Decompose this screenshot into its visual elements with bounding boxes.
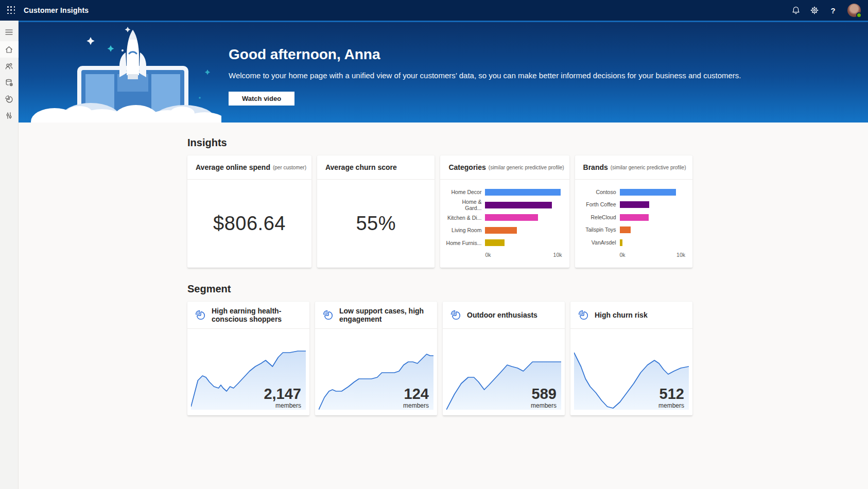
welcome-copy: Good afternoon, Anna Welcome to your hom… <box>229 46 741 106</box>
sidebar-item-customers[interactable] <box>0 58 19 74</box>
card-title: Average online spend <box>196 163 270 171</box>
bar-label: VanArsdel <box>579 239 620 246</box>
bar <box>485 214 538 221</box>
account-avatar[interactable] <box>847 4 861 17</box>
bar-label: Forth Coffee <box>579 201 620 208</box>
bar-row: ReleCloud <box>579 211 685 224</box>
bar-track <box>485 202 562 208</box>
greeting-message: Welcome to your home page with a unified… <box>229 71 741 81</box>
bar-track <box>485 227 562 234</box>
bar <box>620 189 676 196</box>
card-brands-chart[interactable]: Brands (similar generic predictive profi… <box>575 155 692 268</box>
bar-label: Tailspin Toys <box>579 226 620 233</box>
member-unit: members <box>403 402 429 409</box>
bar-label: Kitchen & Di... <box>444 215 485 221</box>
card-average-churn-score[interactable]: Average churn score 55% <box>317 155 435 268</box>
member-unit: members <box>658 402 684 409</box>
bar-row: Living Room <box>444 224 562 237</box>
segment-trend: 2,147members <box>187 329 309 415</box>
segment-card-grid: High earning health-conscious shoppers2,… <box>187 302 692 415</box>
sliders-icon <box>5 111 13 120</box>
bar <box>620 214 649 221</box>
bar <box>620 239 622 246</box>
card-subtitle: (similar generic predictive profile) <box>489 165 564 170</box>
greeting-title: Good afternoon, Anna <box>229 46 741 63</box>
top-app-bar: Customer Insights ? <box>0 0 868 21</box>
bar-row: Tailspin Toys <box>579 224 685 237</box>
bar-track <box>620 226 685 233</box>
notifications-button[interactable] <box>787 0 805 21</box>
app-launcher-icon[interactable] <box>7 6 15 14</box>
bar-label: ReleCloud <box>579 214 620 221</box>
help-button[interactable]: ? <box>824 0 842 21</box>
people-icon <box>5 62 13 71</box>
sidebar-item-admin[interactable] <box>0 107 19 124</box>
card-header: High churn risk <box>570 302 692 329</box>
segment-trend: 124members <box>315 329 437 415</box>
home-icon <box>5 45 13 54</box>
sidebar-item-data[interactable] <box>0 74 19 91</box>
watch-video-button[interactable]: Watch video <box>229 92 294 106</box>
card-average-online-spend[interactable]: Average online spend (per customer) $806… <box>187 155 311 268</box>
pie-chart-icon <box>5 95 13 103</box>
segment-title: Low support cases, high engagement <box>339 307 430 323</box>
card-header: Low support cases, high engagement <box>315 302 437 329</box>
sidebar-item-insights[interactable] <box>0 91 19 107</box>
x-axis: 0k10k <box>579 252 685 258</box>
segment-pie-icon <box>322 309 334 321</box>
bar-track <box>485 189 562 196</box>
bar-row: Contoso <box>579 186 685 199</box>
segment-pie-icon <box>578 309 589 321</box>
x-axis: 0k10k <box>444 252 562 258</box>
nav-expand-button[interactable] <box>0 24 19 40</box>
card-title: Brands <box>583 163 608 171</box>
segment-card-3[interactable]: Outdoor enthusiasts589members <box>443 302 565 415</box>
segment-trend: 512members <box>570 329 692 415</box>
bar-row: Home & Gard... <box>444 199 562 212</box>
member-unit: members <box>531 402 557 409</box>
segment-pie-icon <box>195 309 206 321</box>
segment-card-4[interactable]: High churn risk512members <box>570 302 692 415</box>
card-subtitle: (per customer) <box>273 165 306 170</box>
card-title: Average churn score <box>325 163 397 171</box>
hamburger-icon <box>5 28 13 37</box>
rocket-launch-illustration <box>30 21 221 123</box>
gear-icon <box>810 6 819 15</box>
bar-track <box>620 189 685 196</box>
database-gear-icon <box>5 78 13 87</box>
topbar-actions: ? <box>787 0 861 21</box>
bell-icon <box>791 6 801 15</box>
x-tick-max: 10k <box>553 252 562 258</box>
bar <box>485 189 560 196</box>
bar-label: Home Decor <box>444 189 485 196</box>
segment-title: Outdoor enthusiasts <box>467 311 537 319</box>
card-header: Brands (similar generic predictive profi… <box>575 155 692 180</box>
card-subtitle: (similar generic predictive profile) <box>611 165 686 170</box>
sidebar-item-home[interactable] <box>0 41 19 58</box>
segment-section-title: Segment <box>187 283 692 295</box>
segment-pie-icon <box>450 309 461 321</box>
bar <box>485 202 552 208</box>
presence-indicator <box>856 12 862 18</box>
x-tick-min: 0k <box>620 252 626 258</box>
welcome-banner: Good afternoon, Anna Welcome to your hom… <box>19 21 868 123</box>
card-header: High earning health-conscious shoppers <box>187 302 309 329</box>
x-tick-max: 10k <box>676 252 685 258</box>
segment-card-1[interactable]: High earning health-conscious shoppers2,… <box>187 302 309 415</box>
bar <box>620 201 649 208</box>
bar-track <box>620 201 685 208</box>
segment-card-2[interactable]: Low support cases, high engagement124mem… <box>315 302 437 415</box>
insights-section-title: Insights <box>187 137 692 149</box>
bar-label: Living Room <box>444 227 485 234</box>
app-title: Customer Insights <box>24 6 89 14</box>
bar-row: Forth Coffee <box>579 199 685 212</box>
card-categories-chart[interactable]: Categories (similar generic predictive p… <box>440 155 569 268</box>
settings-button[interactable] <box>805 0 824 21</box>
segment-title: High churn risk <box>595 311 648 319</box>
bar-label: Home Furnis... <box>444 240 485 247</box>
bar-chart: Home DecorHome & Gard...Kitchen & Di...L… <box>440 180 569 268</box>
member-count: 512 <box>659 387 684 401</box>
bar-track <box>620 214 685 221</box>
bar-label: Home & Gard... <box>444 199 485 212</box>
member-count: 2,147 <box>264 387 301 401</box>
